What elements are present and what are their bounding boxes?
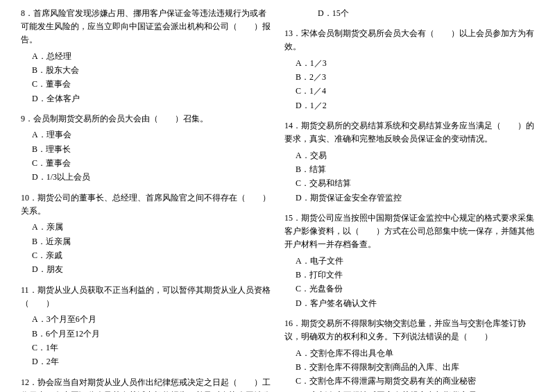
- option-item: D．客户签名确认文件: [296, 296, 534, 310]
- option-item: A．亲属: [32, 220, 271, 234]
- question-15-options: A．电子文件 B．打印文件 C．光盘备份 D．客户签名确认文件: [284, 254, 534, 311]
- option-item: D．朋友: [32, 262, 271, 276]
- question-16-options: A．交割仓库不得出具仓单 B．交割仓库不得限制交割商品的入库、出库 C．交割仓库…: [284, 346, 534, 392]
- option-item: A．3个月至6个月: [32, 312, 271, 326]
- option-item: D．交割仓库不得违反国家有关规定参与期货交易: [296, 389, 534, 392]
- option-item: B．6个月至12个月: [32, 327, 271, 341]
- option-item: B．打印文件: [296, 268, 534, 282]
- question-14-text: 14．期货交易所的交易结算系统和交易结算业务应当满足（ ）的要求，真实、准确和完…: [284, 119, 534, 146]
- option-item: B．结算: [296, 162, 534, 176]
- question-16-text: 16．期货交易所不得限制实物交割总量，并应当与交割仓库签订协议，明确双方的权利和…: [284, 317, 534, 343]
- option-item: B．2／3: [296, 70, 534, 84]
- question-15-text: 15．期货公司应当按照中国期货保证金监控中心规定的格式要求采集客户影像资料，以（…: [284, 212, 534, 252]
- question-13-options: A．1／3 B．2／3 C．1／4 D．1／2: [284, 56, 534, 113]
- option-item: C．1年: [32, 341, 271, 355]
- question-13: 13．宋体会员制期货交易所会员大会有（ ）以上会员参加方为有效。 A．1／3 B…: [284, 27, 534, 112]
- question-16: 16．期货交易所不得限制实物交割总量，并应当与交割仓库签订协议，明确双方的权利和…: [284, 317, 534, 392]
- option-item: C．交易和结算: [296, 176, 534, 190]
- question-15: 15．期货公司应当按照中国期货保证金监控中心规定的格式要求采集客户影像资料，以（…: [284, 212, 534, 310]
- option-item: C．亲戚: [32, 248, 271, 262]
- question-9-options: A．理事会 B．理事长 C．董事会 D．1/3以上会员: [21, 128, 271, 185]
- question-11-text: 11．期货从业人员获取不正当利益的，可以暂停其期货从业人员资格（ ）: [21, 284, 271, 310]
- option-item: B．交割仓库不得限制交割商品的入库、出库: [296, 360, 534, 374]
- question-13-text: 13．宋体会员制期货交易所会员大会有（ ）以上会员参加方为有效。: [284, 27, 534, 53]
- option-item: D．1／2: [296, 99, 534, 112]
- option-item: A．总经理: [32, 49, 271, 63]
- option-item: B．股东大会: [32, 63, 271, 77]
- option-item: B．理事长: [32, 142, 271, 156]
- option-item: A．交易: [296, 148, 534, 162]
- option-item: A．交割仓库不得出具仓单: [296, 346, 534, 360]
- option-item: C．光盘备份: [296, 282, 534, 296]
- option-item: C．董事会: [32, 156, 271, 170]
- option-item: A．理事会: [32, 128, 271, 142]
- question-8-options: A．总经理 B．股东大会 C．董事会 D．全体客户: [21, 49, 271, 106]
- question-12-text: 12．协会应当自对期货从业人员作出纪律惩戒决定之日起（ ）工作日内，向中国证监会…: [21, 376, 271, 392]
- left-column: 8．首席风险官发现涉嫌占用、挪用客户保证金等违法违规行为或者可能发生风险的，应当…: [21, 7, 271, 392]
- question-11: 11．期货从业人员获取不正当利益的，可以暂停其期货从业人员资格（ ） A．3个月…: [21, 284, 271, 369]
- option-item: B．近亲属: [32, 235, 271, 248]
- question-9-d-text: D．15个: [284, 7, 534, 20]
- option-item: A．电子文件: [296, 254, 534, 268]
- question-14-options: A．交易 B．结算 C．交易和结算 D．期货保证金安全存管监控: [284, 148, 534, 205]
- option-item: A．1／3: [296, 56, 534, 70]
- question-9-continued: D．15个: [284, 7, 534, 20]
- option-item: D．1/3以上会员: [32, 170, 271, 184]
- option-item: C．1／4: [296, 84, 534, 98]
- question-10-options: A．亲属 B．近亲属 C．亲戚 D．朋友: [21, 220, 271, 277]
- question-12: 12．协会应当自对期货从业人员作出纪律惩戒决定之日起（ ）工作日内，向中国证监会…: [21, 376, 271, 392]
- question-11-options: A．3个月至6个月 B．6个月至12个月 C．1年 D．2年: [21, 312, 271, 369]
- option-item: D．期货保证金安全存管监控: [296, 191, 534, 205]
- question-9: 9．会员制期货交易所的会员大会由（ ）召集。 A．理事会 B．理事长 C．董事会…: [21, 112, 271, 185]
- question-14: 14．期货交易所的交易结算系统和交易结算业务应当满足（ ）的要求，真实、准确和完…: [284, 119, 534, 205]
- question-9-text: 9．会员制期货交易所的会员大会由（ ）召集。: [21, 112, 271, 126]
- question-8-text: 8．首席风险官发现涉嫌占用、挪用客户保证金等违法违规行为或者可能发生风险的，应当…: [21, 7, 271, 47]
- option-item: C．董事会: [32, 77, 271, 91]
- question-10-text: 10．期货公司的董事长、总经理、首席风险官之间不得存在（ ）关系。: [21, 191, 271, 218]
- right-column: D．15个 13．宋体会员制期货交易所会员大会有（ ）以上会员参加方为有效。 A…: [284, 7, 534, 392]
- option-item: C．交割仓库不得泄露与期货交易有关的商业秘密: [296, 374, 534, 388]
- question-10: 10．期货公司的董事长、总经理、首席风险官之间不得存在（ ）关系。 A．亲属 B…: [21, 191, 271, 277]
- option-item: D．2年: [32, 355, 271, 368]
- option-item: D．全体客户: [32, 92, 271, 105]
- question-8: 8．首席风险官发现涉嫌占用、挪用客户保证金等违法违规行为或者可能发生风险的，应当…: [21, 7, 271, 105]
